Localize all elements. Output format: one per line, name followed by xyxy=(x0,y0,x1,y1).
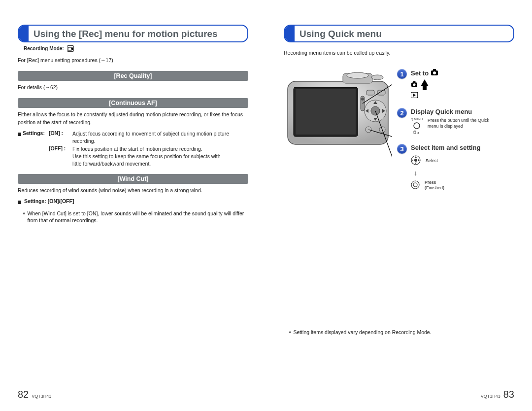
step-number-1: 1 xyxy=(397,69,407,79)
off-label: [OFF] : xyxy=(49,145,70,167)
section-continuous-af-header: [Continuous AF] xyxy=(18,98,248,108)
on-label: [ON] : xyxy=(49,130,70,144)
right-footer: VQT3H43 83 xyxy=(481,389,514,400)
continuous-af-settings-row: Settings: [ON] : Adjust focus according … xyxy=(18,130,248,167)
svg-point-29 xyxy=(413,183,417,187)
trash-return-icon xyxy=(413,131,420,135)
left-title: Using the [Rec] menu for motion pictures xyxy=(29,26,223,41)
section-rec-quality-body: For details (→62) xyxy=(18,84,248,91)
right-note: ● Setting items displayed vary depending… xyxy=(284,329,514,336)
wind-cut-note: ● When [Wind Cut] is set to [ON], lower … xyxy=(18,210,248,224)
svg-point-12 xyxy=(361,98,364,101)
left-title-bar: Using the [Rec] menu for motion pictures xyxy=(18,25,248,42)
svg-point-20 xyxy=(433,71,436,74)
center-button-icon xyxy=(411,180,420,190)
wind-cut-settings-line: Settings: [ON]/[OFF] xyxy=(18,198,248,205)
step-3-select: Select xyxy=(426,158,438,163)
section-wind-cut-header: [Wind Cut] xyxy=(18,174,248,184)
off-text: Fix focus position at the start of motio… xyxy=(72,145,230,167)
round-bullet-icon: ● xyxy=(289,329,291,336)
camera-illustration xyxy=(284,67,392,191)
on-text: Adjust focus according to movement of su… xyxy=(72,130,230,144)
step-1: 1 Set to xyxy=(397,69,514,99)
section-continuous-af-body: Either allows the focus to be constantly… xyxy=(18,111,248,126)
right-title-bar: Using Quick menu xyxy=(284,25,514,42)
right-docid: VQT3H43 xyxy=(481,394,500,399)
square-bullet-icon xyxy=(18,133,21,136)
section-wind-cut-body: Reduces recording of wind sounds (wind n… xyxy=(18,187,248,194)
step-1-title: Set to xyxy=(411,69,429,77)
camera-mode-icon xyxy=(431,69,438,77)
svg-rect-6 xyxy=(296,89,356,135)
settings-label: Settings: xyxy=(23,130,45,136)
square-bullet-icon xyxy=(18,201,21,204)
page-right: Using Quick menu Recording menu items ca… xyxy=(266,25,532,411)
step-number-2: 2 xyxy=(397,108,407,118)
svg-point-23 xyxy=(413,84,415,86)
motion-picture-mode-icon xyxy=(67,45,74,52)
svg-point-4 xyxy=(371,75,383,80)
arrow-down-icon: ↓ xyxy=(414,169,417,177)
arrow-up-icon xyxy=(421,79,429,90)
svg-rect-10 xyxy=(377,90,385,95)
left-footer: 82 VQT3H43 xyxy=(18,389,51,400)
step-3-title: Select item and setting xyxy=(411,144,481,151)
right-title: Using Quick menu xyxy=(295,26,387,41)
svg-point-28 xyxy=(411,181,419,189)
step-3: 3 Select item and setting xyxy=(397,144,514,191)
dpad-icon xyxy=(411,155,421,166)
recording-mode-row: Recording Mode: xyxy=(24,45,248,52)
diagram-area: 1 Set to xyxy=(284,67,514,191)
svg-rect-0 xyxy=(68,47,71,50)
svg-rect-9 xyxy=(366,90,374,95)
svg-rect-22 xyxy=(413,81,415,83)
step-3-press: Press (Finished) xyxy=(425,180,444,191)
qmenu-button-icon: Q.MENU xyxy=(411,118,423,135)
step-number-3: 3 xyxy=(397,144,407,154)
right-page-number: 83 xyxy=(503,389,514,400)
step-2-desc: Press the button until the Quick menu is… xyxy=(428,118,497,129)
step-2: 2 Display Quick menu Q.MENU Press xyxy=(397,108,514,135)
camera-small-icon xyxy=(411,81,418,88)
playback-icon xyxy=(411,92,418,99)
step-2-title: Display Quick menu xyxy=(411,108,472,115)
section-rec-quality-header: [Rec Quality] xyxy=(18,71,248,81)
steps-column: 1 Set to xyxy=(397,67,514,191)
page-left: Using the [Rec] menu for motion pictures… xyxy=(0,25,266,411)
right-intro: Recording menu items can be called up ea… xyxy=(284,49,514,57)
camera-svg xyxy=(284,67,392,165)
left-intro: For [Rec] menu setting procedures (→17) xyxy=(18,57,248,64)
left-docid: VQT3H43 xyxy=(32,394,51,399)
round-bullet-icon: ● xyxy=(23,210,25,224)
left-page-number: 82 xyxy=(18,389,29,400)
svg-rect-19 xyxy=(433,69,436,71)
svg-point-27 xyxy=(414,159,417,162)
recording-mode-label: Recording Mode: xyxy=(24,46,64,51)
svg-point-3 xyxy=(347,72,368,78)
svg-point-25 xyxy=(414,123,420,129)
